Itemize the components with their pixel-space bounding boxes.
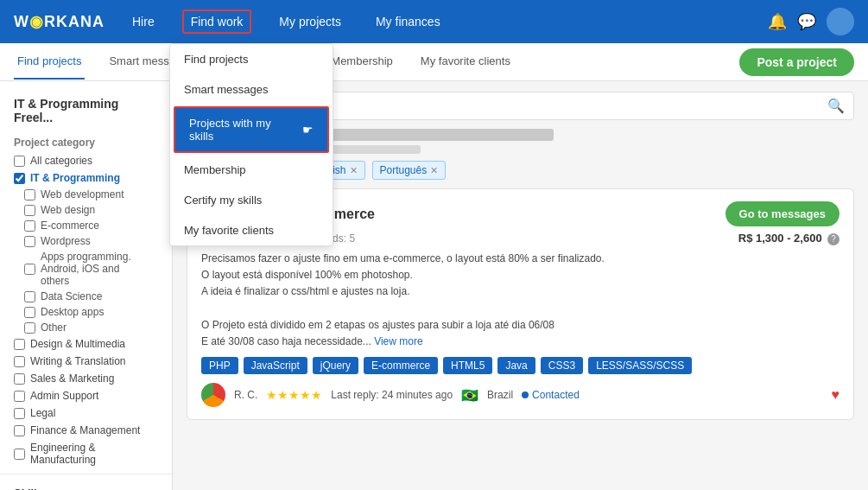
sidebar-item-other[interactable]: Other: [0, 320, 172, 335]
category-label: Project category: [0, 133, 172, 152]
skill-php[interactable]: PHP: [201, 357, 238, 374]
dropdown-find-projects[interactable]: Find projects: [170, 44, 333, 74]
project-description: Precisamos fazer o ajuste fino em uma e-…: [201, 251, 839, 350]
view-more-link[interactable]: View more: [374, 335, 422, 347]
country-name: Brazil: [487, 389, 513, 401]
nav-my-finances[interactable]: My finances: [369, 11, 447, 32]
checkbox-ecommerce[interactable]: [24, 220, 35, 232]
label-legal: Legal: [30, 407, 55, 419]
price-range: R$ 1,300 - 2,600: [738, 232, 822, 245]
checkbox-other[interactable]: [24, 322, 35, 334]
filter-portugues-remove[interactable]: ✕: [430, 165, 438, 176]
contacted-text: Contacted: [532, 389, 580, 401]
sidebar-item-admin[interactable]: Admin Support: [0, 387, 172, 404]
post-project-button[interactable]: Post a project: [739, 48, 854, 76]
checkbox-data-science[interactable]: [24, 291, 35, 302]
checkbox-legal[interactable]: [14, 408, 25, 419]
checkbox-engineering[interactable]: [14, 449, 25, 460]
dropdown-certify-skills[interactable]: Certify my skills: [170, 185, 333, 215]
sidebar-title: IT & Programming Freel...: [0, 92, 172, 133]
checkbox-apps[interactable]: [24, 264, 35, 275]
checkbox-it[interactable]: [14, 173, 25, 184]
rating-stars: ★★★★★: [266, 388, 322, 402]
sidebar-item-it[interactable]: IT & Programming: [0, 169, 172, 187]
go-to-messages-button[interactable]: Go to messages: [725, 201, 839, 226]
filter-portugues-label: Português: [380, 164, 428, 176]
sidebar-item-data-science[interactable]: Data Science: [0, 289, 172, 304]
dropdown-smart-messages[interactable]: Smart messages: [170, 74, 333, 105]
sidebar-item-finance[interactable]: Finance & Management: [0, 422, 172, 439]
favorite-icon[interactable]: ♥: [832, 387, 840, 403]
label-wordpress: Wordpress: [41, 235, 91, 247]
skill-ecommerce[interactable]: E-commerce: [364, 357, 438, 374]
checkbox-sales[interactable]: [14, 373, 25, 385]
contacted-badge: Contacted: [522, 389, 580, 401]
sidebar-item-desktop[interactable]: Desktop apps: [0, 304, 172, 320]
checkbox-web-design[interactable]: [24, 205, 35, 216]
label-it: IT & Programming: [30, 172, 120, 184]
skill-css3[interactable]: CSS3: [541, 357, 583, 374]
subnav-find-projects[interactable]: Find projects: [14, 44, 85, 80]
checkbox-web-dev[interactable]: [24, 189, 35, 200]
filter-english-remove[interactable]: ✕: [350, 165, 358, 176]
sidebar-item-design[interactable]: Design & Multimedia: [0, 335, 172, 353]
sidebar-item-apps[interactable]: Apps programming. Android, iOS and other…: [0, 249, 172, 289]
checkbox-design[interactable]: [14, 339, 25, 350]
chat-icon[interactable]: 💬: [797, 12, 816, 31]
sub-nav: Find projects Smart messa... Projects wi…: [0, 43, 868, 81]
label-web-dev: Web development: [41, 188, 124, 200]
dropdown-membership[interactable]: Membership: [170, 155, 333, 185]
top-nav-right: 🔔 💬: [768, 8, 854, 35]
sidebar-item-web-dev[interactable]: Web development: [0, 187, 172, 202]
sidebar-item-web-design[interactable]: Web design: [0, 202, 172, 218]
sidebar: IT & Programming Freel... Project catego…: [0, 81, 173, 490]
contacted-dot: [522, 391, 529, 398]
sidebar-item-sales[interactable]: Sales & Marketing: [0, 370, 172, 387]
dropdown-projects-skills-label: Projects with my skills: [189, 117, 297, 143]
skills-section-title: Skills: [0, 480, 172, 490]
sidebar-item-all[interactable]: All categories: [0, 152, 172, 169]
checkbox-desktop[interactable]: [24, 307, 35, 318]
skill-html5[interactable]: HTML5: [443, 357, 492, 374]
checkbox-writing[interactable]: [14, 356, 25, 367]
subnav-membership[interactable]: Membership: [327, 44, 396, 80]
filter-portugues[interactable]: Português ✕: [372, 161, 447, 180]
nav-my-projects[interactable]: My projects: [272, 11, 348, 32]
label-apps: Apps programming. Android, iOS and other…: [41, 251, 148, 287]
checkbox-finance[interactable]: [14, 425, 25, 436]
label-writing: Writing & Translation: [30, 355, 126, 367]
dropdown-projects-skills[interactable]: Projects with my skills ☛: [175, 108, 327, 151]
price-help-icon[interactable]: ?: [827, 233, 839, 245]
sidebar-item-ecommerce[interactable]: E-commerce: [0, 218, 172, 233]
poster-avatar: [201, 383, 225, 407]
sidebar-item-writing[interactable]: Writing & Translation: [0, 353, 172, 370]
nav-find-work[interactable]: Find work: [182, 10, 252, 34]
avatar[interactable]: [827, 8, 854, 35]
checkbox-wordpress[interactable]: [24, 236, 35, 247]
last-reply: Last reply: 24 minutes ago: [331, 389, 453, 401]
project-footer: R. C. ★★★★★ Last reply: 24 minutes ago 🇧…: [201, 383, 839, 407]
checkbox-all[interactable]: [14, 156, 25, 167]
desc-5: E até 30/08 caso haja necessidade...: [201, 335, 371, 347]
cursor-icon: ☛: [302, 123, 314, 137]
search-icon[interactable]: 🔍: [827, 98, 845, 114]
skill-javascript[interactable]: JavaScript: [244, 357, 307, 374]
desc-4: O Projeto está dividido em 2 etapas os a…: [201, 319, 554, 331]
price-range-container: R$ 1,300 - 2,600 ?: [738, 232, 839, 245]
sidebar-item-wordpress[interactable]: Wordpress: [0, 233, 172, 249]
skill-java[interactable]: Java: [497, 357, 535, 374]
sidebar-item-engineering[interactable]: Engineering & Manufacturing: [0, 439, 172, 468]
desc-3: A ideia é finalizar o css/html e ajustes…: [201, 285, 409, 297]
sidebar-item-legal[interactable]: Legal: [0, 404, 172, 422]
logo: W◉RKANA: [14, 12, 105, 31]
dropdown-projects-skills-wrapper: Projects with my skills ☛: [174, 106, 329, 153]
skill-less-sass[interactable]: LESS/SASS/SCSS: [588, 357, 692, 374]
subnav-favorite-clients[interactable]: My favorite clients: [417, 44, 514, 80]
label-admin: Admin Support: [30, 390, 98, 402]
checkbox-admin[interactable]: [14, 391, 25, 402]
nav-hire[interactable]: Hire: [125, 11, 162, 32]
label-other: Other: [41, 321, 67, 334]
dropdown-favorite-clients[interactable]: My favorite clients: [170, 215, 333, 245]
bell-icon[interactable]: 🔔: [768, 12, 787, 31]
skill-jquery[interactable]: jQuery: [313, 357, 358, 374]
